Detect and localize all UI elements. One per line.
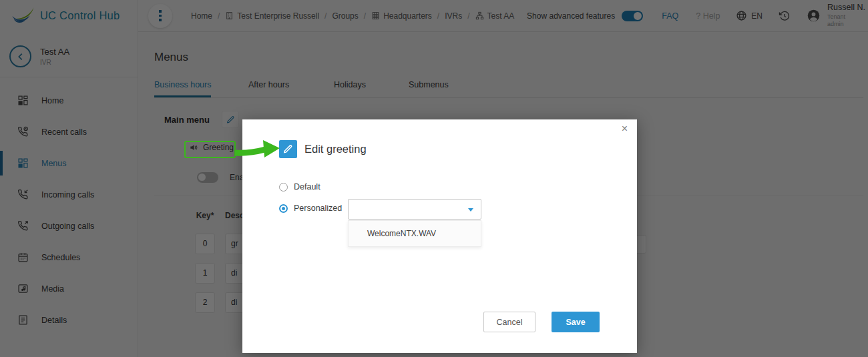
radio-button-icon[interactable]	[279, 183, 288, 192]
greeting-file-select[interactable]	[348, 199, 481, 220]
close-icon[interactable]: ×	[622, 123, 628, 134]
radio-personalized-label: Personalized	[294, 204, 342, 213]
chevron-down-icon	[468, 208, 473, 212]
radio-default-label: Default	[294, 182, 320, 192]
radio-default[interactable]: Default	[279, 182, 320, 192]
modal-pencil-badge	[279, 140, 297, 158]
select-dropdown-panel: WelcomeNTX.WAV	[348, 220, 481, 247]
radio-button-selected-icon[interactable]	[279, 204, 288, 213]
modal-title: Edit greeting	[304, 143, 367, 155]
radio-personalized[interactable]: Personalized	[279, 204, 342, 213]
dropdown-option[interactable]: WelcomeNTX.WAV	[349, 221, 481, 246]
pencil-icon	[283, 144, 293, 154]
cancel-button[interactable]: Cancel	[483, 312, 535, 332]
save-button[interactable]: Save	[552, 312, 600, 332]
edit-greeting-modal: × Edit greeting Default Personalized Wel…	[242, 119, 637, 353]
